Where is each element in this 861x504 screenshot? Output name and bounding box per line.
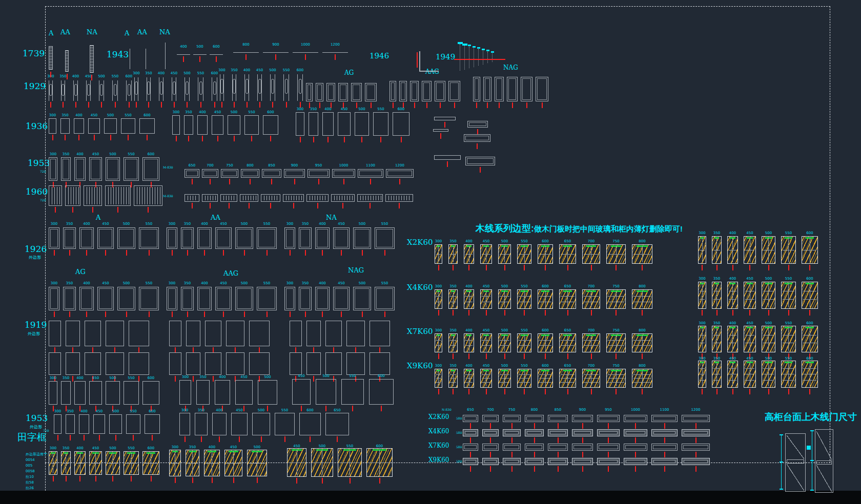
door-panel: [186, 352, 200, 375]
note-line: 0058: [26, 469, 48, 474]
dim-label: 550: [130, 410, 136, 413]
moulding-step-cap: [486, 50, 489, 51]
door-panel: [698, 361, 706, 388]
dim-tick: [322, 478, 323, 484]
door-panel: [606, 369, 626, 388]
dim-tick: [524, 265, 525, 270]
dim-label: 300: [699, 322, 705, 325]
dim-label: 300: [50, 153, 56, 156]
door-panel: [226, 321, 244, 346]
dim-label: 600: [126, 75, 132, 78]
dim-tick: [175, 477, 176, 483]
door-panel: [89, 157, 102, 181]
door-panel: [538, 369, 553, 388]
moulding-step-line: [469, 47, 469, 68]
door-panel: [184, 194, 199, 202]
dim-tick: [470, 466, 471, 472]
dim-tick: [317, 203, 318, 208]
dim-tick: [490, 437, 491, 443]
door-panel: [548, 429, 568, 436]
dim-tick: [379, 478, 380, 484]
dim-label: 750: [508, 408, 515, 412]
door-panel: [97, 287, 114, 310]
glass-muntin-cross: [436, 291, 441, 307]
door-panel: [106, 352, 124, 375]
glass-muntin-cross: [539, 246, 551, 262]
dim-tick: [128, 135, 129, 140]
door-panel: [802, 236, 818, 264]
note-line: 拉58: [26, 480, 48, 486]
text-label: AG: [75, 268, 86, 275]
door-panel: [624, 444, 647, 451]
dim-tick: [233, 477, 234, 483]
dim-label: 500: [109, 376, 116, 380]
door-panel: [448, 244, 458, 264]
dim-tick: [50, 72, 51, 77]
door-panel: [651, 429, 678, 436]
door-panel: [370, 321, 390, 346]
dim-tick: [534, 466, 535, 472]
dim-tick: [75, 102, 76, 108]
door-panel: [651, 444, 678, 451]
dim-tick: [117, 207, 118, 213]
door-panel: [682, 444, 710, 451]
door-panel: [498, 369, 511, 388]
door-panel: [315, 287, 330, 310]
door-panel: [89, 381, 102, 405]
dim-tick: [490, 423, 491, 429]
dim-tick: [635, 466, 636, 472]
cyan-dim-tick: [780, 434, 783, 435]
door-panel: [435, 244, 442, 264]
dim-tick: [470, 452, 471, 457]
door-panel: [215, 287, 232, 310]
dim-tick: [172, 250, 173, 256]
dim-tick: [476, 102, 477, 108]
dim-label: 350: [66, 222, 73, 226]
glass-muntin-cross: [500, 370, 509, 386]
dim-label: 300: [50, 447, 56, 450]
glass-muntin-cross: [339, 450, 360, 475]
door-panel: [338, 448, 362, 477]
dim-tick: [534, 423, 535, 429]
door-panel: [74, 157, 86, 181]
door-panel: [184, 169, 199, 178]
dim-label: 500: [123, 282, 130, 285]
dim-label: 750: [612, 285, 619, 288]
door-panel: [316, 83, 323, 101]
dim-tick: [384, 311, 385, 317]
glass-muntin-cross: [450, 246, 456, 262]
door-panel: [341, 379, 364, 405]
door-panel: [538, 333, 553, 352]
dim-label: 500: [231, 111, 237, 114]
dim-label: 450: [214, 111, 221, 114]
cyan-marker: [807, 446, 811, 450]
dim-tick: [99, 435, 100, 440]
door-panel: [385, 194, 413, 202]
glass-muntin-cross: [700, 362, 705, 386]
dim-label: 300: [182, 375, 189, 379]
dim-label: 400: [219, 375, 225, 379]
door-panel: [316, 379, 336, 405]
dim-tick: [126, 250, 127, 256]
dim-label: 1000: [339, 164, 348, 167]
dim-tick: [504, 310, 505, 316]
dim-tick: [664, 466, 665, 472]
glass-muntin-cross: [783, 283, 794, 307]
glass-muntin-cross: [745, 283, 754, 307]
text-label: A: [96, 214, 100, 221]
door-panel: [435, 369, 442, 388]
dim-tick: [454, 102, 455, 108]
dim-tick: [393, 102, 394, 108]
door-panel: [134, 77, 138, 101]
dim-tick: [261, 436, 262, 442]
door-panel: [464, 333, 474, 352]
glass-muntin-cross: [450, 370, 456, 386]
dim-tick: [511, 466, 512, 472]
dim-label: 350: [713, 322, 720, 325]
cad-canvas[interactable]: 木线系列边型:做木门板时把中间玻璃和柜内薄灯删除即可! 高柜台面上木线门尺寸 外…: [0, 0, 861, 504]
dim-tick: [243, 406, 244, 411]
dim-tick: [511, 423, 512, 429]
dim-label: 500: [765, 357, 772, 361]
text-label: X7K60: [428, 443, 449, 449]
glass-muntin-cross: [519, 370, 530, 386]
